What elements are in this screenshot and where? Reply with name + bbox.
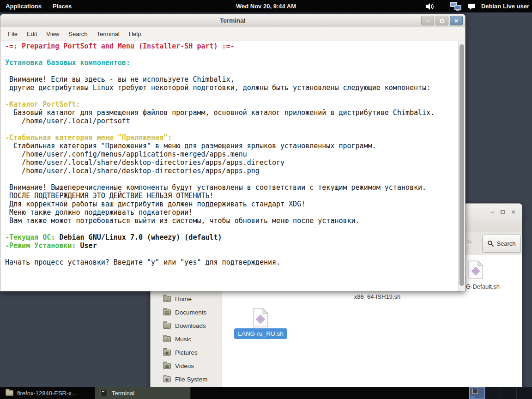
terminal-menu-view[interactable]: View (42, 30, 64, 37)
terminal-line: Вам также может потребоваться выйти из с… (5, 217, 458, 225)
terminal-close-button[interactable]: × (450, 16, 463, 25)
panel-menu-places[interactable]: Places (53, 3, 72, 10)
volume-icon[interactable] (425, 2, 435, 11)
maximize-icon (501, 210, 505, 214)
panel-menu-applications[interactable]: Applications (6, 3, 42, 10)
terminal-line: -Стабильная категория меню "Приложения": (5, 133, 458, 142)
taskbar: firefox-12840-ESR-x...Terminal (0, 387, 532, 399)
terminal-line: -Текущая ОС: Debian GNU/Linux 7.0 (wheez… (5, 233, 458, 242)
terminal-line: Установка базовых компонентов: (5, 59, 458, 67)
terminal-icon (101, 390, 108, 396)
fm-minimize-button[interactable]: – (490, 208, 494, 216)
workspace-switcher[interactable] (469, 387, 532, 399)
terminal-line: Внимание! Вышеперечисленные компоненты б… (5, 183, 458, 192)
terminal-line: /home/user/.local/share/desktop-director… (5, 158, 458, 167)
maximize-icon (440, 19, 444, 23)
folder-icon: ↓ (163, 323, 171, 329)
terminal-line: /home/user/.config/menus/applications-me… (5, 150, 458, 158)
taskbar-button-label: firefox-12840-ESR-x... (17, 390, 77, 397)
terminal-line (5, 67, 458, 75)
terminal-line: Базовый каталог для размещения файлов пр… (5, 109, 458, 117)
terminal-titlebar[interactable]: Terminal – × (0, 14, 465, 27)
search-icon (487, 240, 494, 247)
fm-close-button[interactable]: × (511, 208, 515, 216)
workspace-window-thumbnail (472, 389, 478, 394)
sidebar-item-home[interactable]: ⌂Home (151, 292, 222, 306)
terminal-line: другие дистрибутивы Linux требуют некото… (5, 84, 458, 92)
desktop: – × » Search ⌂Home▤Documents↓Downloads♪M… (0, 0, 532, 399)
terminal-line: Стабильная категория "Приложения" в меню… (5, 142, 458, 150)
sidebar-item-label: Videos (175, 363, 194, 369)
folder-icon: ◉ (163, 350, 171, 356)
terminal-line (5, 250, 458, 258)
user-chat-icon[interactable] (468, 3, 476, 10)
sidebar-item-label: Documents (175, 309, 206, 316)
sidebar-item-label: Home (175, 296, 192, 302)
taskbar-button-label: Terminal (112, 390, 134, 397)
top-panel: ApplicationsPlaces Wed Nov 20, 9:44 AM D… (0, 0, 532, 12)
terminal-line: Для корректной работы ваш дистрибутив до… (5, 200, 458, 208)
file-label-default-sh[interactable]: G-Default.sh (466, 283, 500, 290)
file-label-lang-ru-selected[interactable]: LANG-ru_RU.sh (234, 328, 287, 339)
workspace-4[interactable] (516, 387, 532, 399)
terminal-maximize-button[interactable] (435, 16, 448, 25)
terminal-line: -Режим Установки: User (5, 242, 458, 250)
terminal-line (5, 50, 458, 59)
drive-icon: ▣ (163, 376, 171, 382)
terminal-line: Начать процесс установки? Введите "y" ил… (5, 258, 458, 266)
terminal-minimize-button[interactable]: – (421, 16, 434, 25)
terminal-line: -=: Preparing PortSoft and Menu (Install… (5, 42, 458, 50)
terminal-scrollbar[interactable] (458, 41, 465, 291)
terminal-menu-file[interactable]: File (3, 30, 22, 37)
terminal-line: Меню также должно поддерживать подкатего… (5, 208, 458, 217)
terminal-menu-terminal[interactable]: Terminal (92, 30, 124, 37)
fm-maximize-button[interactable] (501, 208, 505, 216)
folder-icon: ♪ (163, 336, 171, 342)
search-button-label: Search (496, 240, 515, 247)
terminal-line (5, 175, 458, 183)
terminal-menu-search[interactable]: Search (64, 30, 92, 37)
file-label-x86-64-ish19[interactable]: x86_64-ISH19.sh (345, 293, 410, 300)
sidebar-item-pictures[interactable]: ◉Pictures (151, 346, 222, 359)
workspace-1[interactable] (469, 387, 485, 399)
workspace-3[interactable] (501, 387, 516, 399)
terminal-scrollbar-thumb[interactable] (459, 44, 464, 286)
sidebar-item-music[interactable]: ♪Music (151, 332, 222, 346)
workspace-window-thumbnail-small (471, 396, 475, 398)
taskbar-button-terminal[interactable]: Terminal (95, 387, 191, 399)
folder-icon: ▤ (163, 309, 171, 315)
terminal-title: Terminal (220, 17, 245, 24)
sidebar-item-file-system[interactable]: ▣File System (151, 373, 222, 386)
sidebar-item-documents[interactable]: ▤Documents (151, 306, 222, 319)
search-button[interactable]: Search (482, 235, 521, 253)
terminal-line: -Каталог PortSoft: (5, 100, 458, 109)
sidebar-item-label: File System (175, 376, 208, 383)
script-file-icon-default[interactable] (468, 260, 484, 279)
terminal-menu-edit[interactable]: Edit (22, 30, 42, 37)
terminal-output[interactable]: -=: Preparing PortSoft and Menu (Install… (0, 41, 458, 291)
taskbar-button-firefox-12840-esr-x-[interactable]: firefox-12840-ESR-x... (0, 387, 95, 399)
terminal-line: /home/user/.local/portsoft (5, 117, 458, 125)
folder-icon (6, 390, 13, 396)
clock[interactable]: Wed Nov 20, 9:44 AM (236, 3, 296, 10)
terminal-line: /home/user/.local/share/desktop-director… (5, 167, 458, 175)
folder-icon: ▦ (163, 363, 171, 369)
terminal-menubar: FileEditViewSearchTerminalHelp (0, 27, 465, 41)
terminal-line (5, 125, 458, 133)
toolbar-overflow-chevron-icon[interactable]: » (466, 236, 472, 248)
terminal-menu-help[interactable]: Help (124, 30, 146, 37)
terminal-line: ПОСЛЕ ПОДТВЕРЖДЕНИЯ ЭТО ДЕЙСТВИЕ НЕЛЬЗЯ … (5, 192, 458, 200)
sidebar-item-videos[interactable]: ▦Videos (151, 359, 222, 373)
network-icon[interactable] (450, 1, 462, 11)
session-user-label[interactable]: Debian Live user (481, 3, 529, 10)
terminal-line (5, 225, 458, 233)
sidebar-item-downloads[interactable]: ↓Downloads (151, 319, 222, 332)
script-file-icon-lang[interactable] (252, 308, 269, 327)
sidebar-item-label: Music (175, 336, 191, 343)
terminal-window[interactable]: Terminal – × FileEditViewSearchTerminalH… (0, 14, 466, 291)
sidebar-item-label: Downloads (175, 322, 206, 329)
workspace-2[interactable] (485, 387, 501, 399)
sidebar-item-label: Pictures (175, 349, 198, 356)
folder-icon: ⌂ (163, 296, 171, 302)
terminal-line: Внимание! Если вы здесь - вы не использу… (5, 75, 458, 84)
